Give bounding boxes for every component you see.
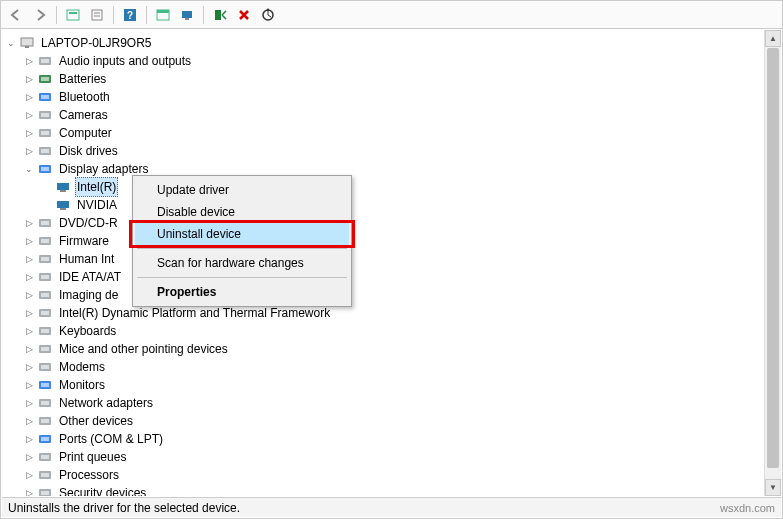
device-category-icon [37,413,53,429]
tree-category-label: Batteries [57,70,108,88]
tree-category-label: Human Int [57,250,116,268]
expand-icon[interactable]: ▷ [22,486,36,496]
context-menu-item[interactable]: Uninstall device [135,223,349,245]
expand-icon[interactable]: ▷ [22,378,36,392]
tree-device[interactable]: NVIDIA [4,196,779,214]
tree-category[interactable]: ▷Intel(R) Dynamic Platform and Thermal F… [4,304,779,322]
vertical-scrollbar[interactable]: ▲ ▼ [764,30,781,496]
forward-button[interactable] [29,4,51,26]
status-text: Uninstalls the driver for the selected d… [8,501,240,515]
expand-icon[interactable]: ▷ [22,432,36,446]
scrollbar-thumb[interactable] [767,48,779,468]
tree-category[interactable]: ▷Batteries [4,70,779,88]
tree-category[interactable]: ▷Cameras [4,106,779,124]
svg-rect-9 [182,11,192,18]
tree-category[interactable]: ▷Keyboards [4,322,779,340]
expand-icon[interactable]: ▷ [22,306,36,320]
expand-icon[interactable]: ▷ [22,360,36,374]
expand-icon[interactable]: ▷ [22,72,36,86]
device-category-icon [37,359,53,375]
device-category-icon [37,395,53,411]
tree-category[interactable]: ▷Monitors [4,376,779,394]
tree-category[interactable]: ▷Other devices [4,412,779,430]
tree-category-label: Imaging de [57,286,120,304]
help-button[interactable]: ? [119,4,141,26]
svg-rect-31 [57,201,69,208]
tree-root[interactable]: ⌄LAPTOP-0LJR9OR5 [4,34,779,52]
tree-category-label: Monitors [57,376,107,394]
tree-category[interactable]: ▷Ports (COM & LPT) [4,430,779,448]
collapse-icon[interactable]: ⌄ [4,36,18,50]
tree-category[interactable]: ▷Security devices [4,484,779,496]
expand-icon[interactable]: ▷ [22,342,36,356]
tree-category[interactable]: ▷Processors [4,466,779,484]
tree-category-label: Mice and other pointing devices [57,340,230,358]
toolbar-action-button[interactable] [152,4,174,26]
tree-category-label: Computer [57,124,114,142]
expand-icon[interactable]: ▷ [22,396,36,410]
tree-category-label: Firmware [57,232,111,250]
expand-icon[interactable]: ▷ [22,234,36,248]
tree-category-label: Bluetooth [57,88,112,106]
tree-category[interactable]: ▷IDE ATA/AT [4,268,779,286]
device-context-menu: Update driverDisable deviceUninstall dev… [132,175,352,307]
collapse-icon[interactable]: ⌄ [22,162,36,176]
uninstall-button[interactable] [233,4,255,26]
tree-device[interactable]: Intel(R) [4,178,779,196]
expand-icon[interactable]: ▷ [22,144,36,158]
show-hidden-button[interactable] [62,4,84,26]
svg-rect-34 [41,221,49,225]
expand-icon[interactable]: ▷ [22,90,36,104]
expand-icon[interactable]: ▷ [22,324,36,338]
tree-category-label: Modems [57,358,107,376]
tree-category[interactable]: ▷DVD/CD-R [4,214,779,232]
enable-button[interactable] [209,4,231,26]
tree-category[interactable]: ▷Computer [4,124,779,142]
expand-icon[interactable]: ▷ [22,54,36,68]
context-menu-item[interactable]: Update driver [135,179,349,201]
expand-icon[interactable]: ▷ [22,468,36,482]
back-button[interactable] [5,4,27,26]
tree-category[interactable]: ▷Imaging de [4,286,779,304]
display-adapter-icon [55,197,71,213]
tree-category[interactable]: ▷Disk drives [4,142,779,160]
tree-category-label: DVD/CD-R [57,214,120,232]
device-category-icon [37,377,53,393]
device-category-icon [37,449,53,465]
tree-category[interactable]: ▷Network adapters [4,394,779,412]
context-menu-item[interactable]: Disable device [135,201,349,223]
svg-rect-62 [41,473,49,477]
tree-category[interactable]: ⌄Display adapters [4,160,779,178]
scroll-up-button[interactable]: ▲ [765,30,781,47]
svg-rect-24 [41,131,49,135]
expand-icon[interactable]: ▷ [22,288,36,302]
context-menu-item[interactable]: Properties [135,281,349,303]
expand-icon[interactable]: ▷ [22,270,36,284]
expand-icon[interactable]: ▷ [22,126,36,140]
tree-category[interactable]: ▷Bluetooth [4,88,779,106]
tree-category-label: Security devices [57,484,148,496]
expand-icon[interactable]: ▷ [22,216,36,230]
properties-button[interactable] [86,4,108,26]
scan-button[interactable] [257,4,279,26]
tree-category[interactable]: ▷Modems [4,358,779,376]
tree-category[interactable]: ▷Audio inputs and outputs [4,52,779,70]
svg-rect-26 [41,149,49,153]
context-menu-separator [137,248,347,249]
tree-category[interactable]: ▷Mice and other pointing devices [4,340,779,358]
context-menu-item[interactable]: Scan for hardware changes [135,252,349,274]
svg-rect-46 [41,329,49,333]
tree-category[interactable]: ▷Print queues [4,448,779,466]
tree-category[interactable]: ▷Firmware [4,232,779,250]
expand-icon[interactable]: ▷ [22,450,36,464]
scroll-down-button[interactable]: ▼ [765,479,781,496]
device-category-icon [37,143,53,159]
svg-rect-42 [41,293,49,297]
expand-icon[interactable]: ▷ [22,252,36,266]
update-driver-button[interactable] [176,4,198,26]
svg-rect-58 [41,437,49,441]
expand-icon[interactable]: ▷ [22,108,36,122]
tree-category[interactable]: ▷Human Int [4,250,779,268]
svg-rect-0 [67,10,79,20]
expand-icon[interactable]: ▷ [22,414,36,428]
